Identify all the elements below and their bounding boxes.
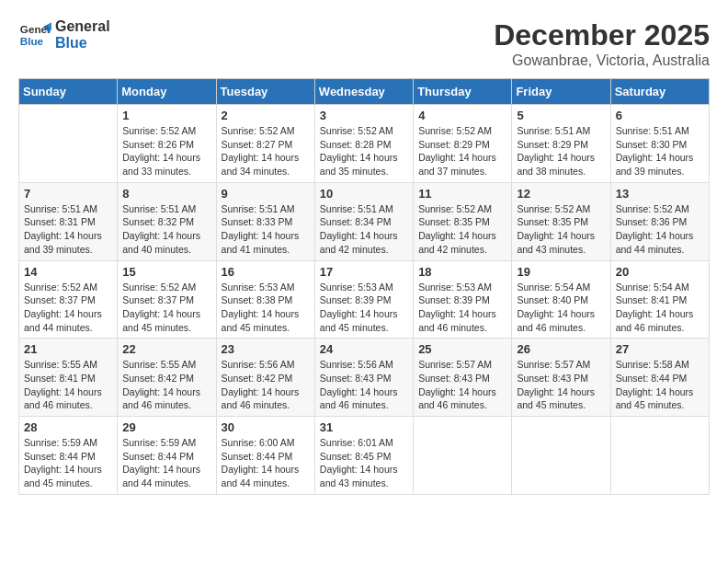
day-info: Sunrise: 6:00 AM Sunset: 8:44 PM Dayligh…	[222, 436, 310, 490]
calendar-cell: 21Sunrise: 5:55 AM Sunset: 8:41 PM Dayli…	[19, 339, 118, 417]
day-info: Sunrise: 5:52 AM Sunset: 8:37 PM Dayligh…	[122, 281, 210, 335]
day-info: Sunrise: 5:52 AM Sunset: 8:27 PM Dayligh…	[222, 124, 310, 178]
calendar-cell: 13Sunrise: 5:52 AM Sunset: 8:36 PM Dayli…	[610, 182, 709, 260]
calendar-cell: 31Sunrise: 6:01 AM Sunset: 8:45 PM Dayli…	[314, 417, 413, 495]
day-number: 19	[517, 265, 605, 279]
day-number: 29	[122, 420, 210, 434]
calendar-cell: 24Sunrise: 5:56 AM Sunset: 8:43 PM Dayli…	[314, 339, 413, 417]
day-of-week-header: Sunday	[19, 79, 118, 105]
day-number: 10	[320, 187, 408, 201]
calendar-cell: 1Sunrise: 5:52 AM Sunset: 8:26 PM Daylig…	[118, 105, 216, 183]
day-number: 18	[418, 265, 506, 279]
day-number: 25	[418, 342, 506, 356]
calendar-cell: 3Sunrise: 5:52 AM Sunset: 8:28 PM Daylig…	[314, 105, 413, 183]
location-subtitle: Gowanbrae, Victoria, Australia	[494, 52, 710, 69]
calendar-cell: 16Sunrise: 5:53 AM Sunset: 8:38 PM Dayli…	[216, 260, 314, 339]
day-info: Sunrise: 5:58 AM Sunset: 8:44 PM Dayligh…	[616, 358, 704, 412]
page-header: General Blue General Blue December 2025 …	[18, 18, 710, 69]
day-info: Sunrise: 5:53 AM Sunset: 8:39 PM Dayligh…	[418, 281, 506, 335]
svg-text:Blue: Blue	[20, 35, 44, 47]
calendar-cell	[512, 417, 610, 495]
calendar-cell: 28Sunrise: 5:59 AM Sunset: 8:44 PM Dayli…	[19, 417, 118, 495]
day-info: Sunrise: 5:54 AM Sunset: 8:40 PM Dayligh…	[517, 281, 605, 335]
day-info: Sunrise: 5:55 AM Sunset: 8:41 PM Dayligh…	[24, 358, 112, 412]
day-number: 5	[517, 109, 605, 122]
calendar-cell: 2Sunrise: 5:52 AM Sunset: 8:27 PM Daylig…	[216, 105, 314, 183]
calendar-cell: 14Sunrise: 5:52 AM Sunset: 8:37 PM Dayli…	[19, 260, 118, 339]
day-of-week-header: Saturday	[610, 79, 709, 105]
calendar-cell: 9Sunrise: 5:51 AM Sunset: 8:33 PM Daylig…	[216, 182, 314, 260]
day-number: 15	[122, 265, 210, 279]
day-info: Sunrise: 5:52 AM Sunset: 8:35 PM Dayligh…	[517, 202, 605, 257]
day-number: 23	[222, 342, 310, 356]
day-info: Sunrise: 5:53 AM Sunset: 8:38 PM Dayligh…	[222, 281, 310, 335]
day-of-week-header: Wednesday	[314, 79, 413, 105]
day-number: 28	[24, 420, 112, 434]
day-info: Sunrise: 5:57 AM Sunset: 8:43 PM Dayligh…	[517, 358, 605, 412]
day-info: Sunrise: 5:56 AM Sunset: 8:42 PM Dayligh…	[222, 358, 310, 412]
day-info: Sunrise: 5:52 AM Sunset: 8:35 PM Dayligh…	[418, 202, 506, 257]
calendar-week-row: 7Sunrise: 5:51 AM Sunset: 8:31 PM Daylig…	[19, 182, 710, 260]
day-number: 4	[418, 109, 506, 122]
logo-general: General	[55, 18, 110, 35]
day-info: Sunrise: 5:51 AM Sunset: 8:29 PM Dayligh…	[517, 124, 605, 178]
day-number: 13	[616, 187, 704, 201]
day-info: Sunrise: 5:51 AM Sunset: 8:34 PM Dayligh…	[320, 202, 408, 257]
day-number: 2	[222, 109, 310, 122]
day-number: 31	[320, 420, 408, 434]
day-number: 24	[320, 342, 408, 356]
day-number: 12	[517, 187, 605, 201]
calendar-cell: 27Sunrise: 5:58 AM Sunset: 8:44 PM Dayli…	[610, 339, 709, 417]
calendar-cell: 22Sunrise: 5:55 AM Sunset: 8:42 PM Dayli…	[118, 339, 216, 417]
calendar-cell: 20Sunrise: 5:54 AM Sunset: 8:41 PM Dayli…	[610, 260, 709, 339]
day-info: Sunrise: 5:56 AM Sunset: 8:43 PM Dayligh…	[320, 358, 408, 412]
day-number: 27	[616, 342, 704, 356]
day-number: 6	[616, 109, 704, 122]
calendar-cell: 11Sunrise: 5:52 AM Sunset: 8:35 PM Dayli…	[414, 182, 512, 260]
day-number: 30	[222, 420, 310, 434]
day-info: Sunrise: 5:51 AM Sunset: 8:32 PM Dayligh…	[122, 202, 210, 257]
day-number: 14	[24, 265, 112, 279]
day-info: Sunrise: 5:51 AM Sunset: 8:31 PM Dayligh…	[24, 202, 112, 257]
calendar-cell: 26Sunrise: 5:57 AM Sunset: 8:43 PM Dayli…	[512, 339, 610, 417]
day-info: Sunrise: 5:54 AM Sunset: 8:41 PM Dayligh…	[616, 281, 704, 335]
calendar-cell: 10Sunrise: 5:51 AM Sunset: 8:34 PM Dayli…	[314, 182, 413, 260]
day-number: 7	[24, 187, 112, 201]
day-info: Sunrise: 5:52 AM Sunset: 8:29 PM Dayligh…	[418, 124, 506, 178]
day-of-week-header: Thursday	[414, 79, 512, 105]
calendar-week-row: 21Sunrise: 5:55 AM Sunset: 8:41 PM Dayli…	[19, 339, 710, 417]
calendar-cell: 15Sunrise: 5:52 AM Sunset: 8:37 PM Dayli…	[118, 260, 216, 339]
day-info: Sunrise: 5:55 AM Sunset: 8:42 PM Dayligh…	[122, 358, 210, 412]
day-number: 26	[517, 342, 605, 356]
day-of-week-header: Monday	[118, 79, 216, 105]
day-number: 8	[122, 187, 210, 201]
month-title: December 2025	[494, 18, 710, 52]
calendar-cell: 25Sunrise: 5:57 AM Sunset: 8:43 PM Dayli…	[414, 339, 512, 417]
calendar-cell: 17Sunrise: 5:53 AM Sunset: 8:39 PM Dayli…	[314, 260, 413, 339]
day-info: Sunrise: 5:53 AM Sunset: 8:39 PM Dayligh…	[320, 281, 408, 335]
day-number: 3	[320, 109, 408, 122]
day-number: 11	[418, 187, 506, 201]
day-of-week-header: Friday	[512, 79, 610, 105]
calendar-cell: 19Sunrise: 5:54 AM Sunset: 8:40 PM Dayli…	[512, 260, 610, 339]
calendar-cell: 30Sunrise: 6:00 AM Sunset: 8:44 PM Dayli…	[216, 417, 314, 495]
day-number: 1	[122, 109, 210, 122]
calendar-cell: 29Sunrise: 5:59 AM Sunset: 8:44 PM Dayli…	[118, 417, 216, 495]
calendar-cell: 8Sunrise: 5:51 AM Sunset: 8:32 PM Daylig…	[118, 182, 216, 260]
day-number: 9	[222, 187, 310, 201]
calendar-header-row: SundayMondayTuesdayWednesdayThursdayFrid…	[19, 79, 710, 105]
day-of-week-header: Tuesday	[216, 79, 314, 105]
day-info: Sunrise: 5:57 AM Sunset: 8:43 PM Dayligh…	[418, 358, 506, 412]
title-block: December 2025 Gowanbrae, Victoria, Austr…	[494, 18, 710, 69]
calendar-cell: 18Sunrise: 5:53 AM Sunset: 8:39 PM Dayli…	[414, 260, 512, 339]
day-info: Sunrise: 6:01 AM Sunset: 8:45 PM Dayligh…	[320, 436, 408, 490]
day-info: Sunrise: 5:59 AM Sunset: 8:44 PM Dayligh…	[24, 436, 112, 490]
calendar-cell: 7Sunrise: 5:51 AM Sunset: 8:31 PM Daylig…	[19, 182, 118, 260]
day-info: Sunrise: 5:51 AM Sunset: 8:30 PM Dayligh…	[616, 124, 704, 178]
calendar-cell: 4Sunrise: 5:52 AM Sunset: 8:29 PM Daylig…	[414, 105, 512, 183]
calendar-week-row: 14Sunrise: 5:52 AM Sunset: 8:37 PM Dayli…	[19, 260, 710, 339]
calendar-week-row: 28Sunrise: 5:59 AM Sunset: 8:44 PM Dayli…	[19, 417, 710, 495]
day-number: 22	[122, 342, 210, 356]
logo-blue: Blue	[55, 35, 110, 52]
day-info: Sunrise: 5:52 AM Sunset: 8:36 PM Dayligh…	[616, 202, 704, 257]
